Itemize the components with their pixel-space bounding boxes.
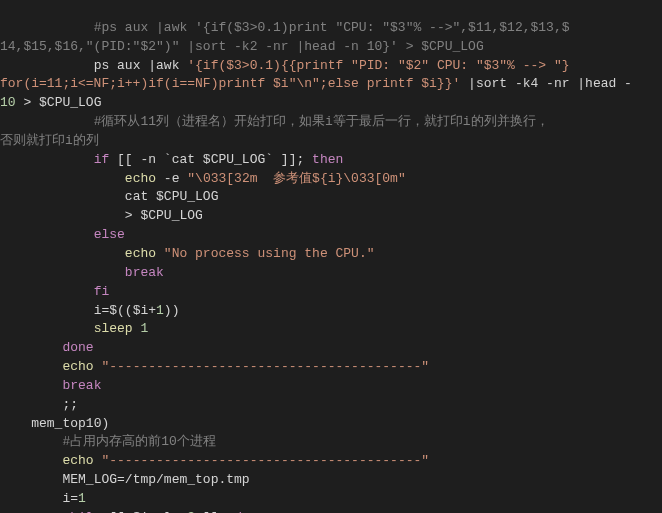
code-line: break <box>0 264 662 283</box>
code-line: MEM_LOG=/tmp/mem_top.tmp <box>0 471 662 490</box>
code-line: fi <box>0 283 662 302</box>
code-line: echo "No process using the CPU." <box>0 245 662 264</box>
code-line: 否则就打印i的列 <box>0 132 662 151</box>
code-line: cat $CPU_LOG <box>0 188 662 207</box>
code-line: ps aux |awk '{if($3>0.1){{printf "PID: "… <box>0 57 662 76</box>
code-line: else <box>0 226 662 245</box>
code-line: echo -e "\033[32m 参考值${i}\033[0m" <box>0 170 662 189</box>
code-line: 14,$15,$16,"(PID:"$2")" |sort -k2 -nr |h… <box>0 38 662 57</box>
code-line: done <box>0 339 662 358</box>
code-line: sleep 1 <box>0 320 662 339</box>
code-line: > $CPU_LOG <box>0 207 662 226</box>
code-line: for(i=11;i<=NF;i++)if(i==NF)printf $i"\n… <box>0 75 662 94</box>
code-line: mem_top10) <box>0 415 662 434</box>
code-line: #ps aux |awk '{if($3>0.1)print "CPU: "$3… <box>0 19 662 38</box>
code-line: #占用内存高的前10个进程 <box>0 433 662 452</box>
code-line: #循环从11列（进程名）开始打印，如果i等于最后一行，就打印i的列并换行， <box>0 113 662 132</box>
code-block: #ps aux |awk '{if($3>0.1)print "CPU: "$3… <box>0 19 662 513</box>
code-line: i=1 <box>0 490 662 509</box>
code-line: while [[ $i -le 3 ]]; do <box>0 509 662 513</box>
code-line: ;; <box>0 396 662 415</box>
code-line: break <box>0 377 662 396</box>
code-line: echo "----------------------------------… <box>0 452 662 471</box>
code-line: echo "----------------------------------… <box>0 358 662 377</box>
code-line: if [[ -n `cat $CPU_LOG` ]]; then <box>0 151 662 170</box>
code-line: i=$(($i+1)) <box>0 302 662 321</box>
code-line: 10 > $CPU_LOG <box>0 94 662 113</box>
